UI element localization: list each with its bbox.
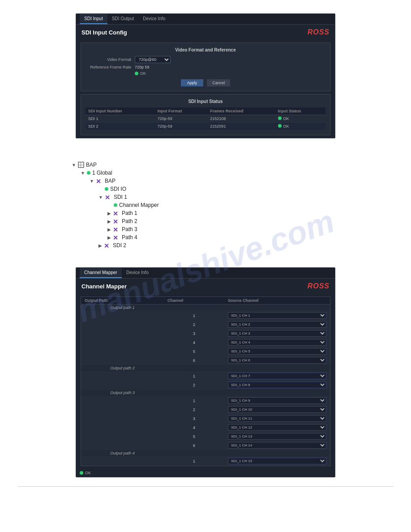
cm-source-channel[interactable]: SDI_1 CH 9 — [224, 396, 330, 405]
cm-channel-num: 2 — [164, 405, 224, 414]
tree-icon-cross: ✕ — [96, 178, 103, 184]
tab-sdi-input[interactable]: SDI Input — [80, 14, 107, 24]
apply-button[interactable]: Apply — [181, 79, 204, 86]
cm-source-channel[interactable]: SDI_1 CH 5 — [224, 347, 330, 356]
video-format-label: Video Format — [86, 57, 135, 62]
col-input-format: Input Format — [155, 107, 208, 115]
cm-source-channel[interactable]: SDI_1 CH 7 — [224, 372, 330, 381]
cm-source-channel[interactable]: SDI_1 CH 10 — [224, 405, 330, 414]
cm-output-path-cell — [81, 405, 164, 414]
cm-channel-num: 5 — [164, 347, 224, 356]
cm-source-select[interactable]: SDI_1 CH 9 — [228, 397, 326, 404]
cm-source-select[interactable]: SDI_1 CH 6 — [228, 357, 326, 364]
cm-channel-num: 4 — [164, 423, 224, 432]
cancel-button[interactable]: Cancel — [207, 79, 230, 86]
cm-source-channel[interactable]: SDI_1 CH 3 — [224, 329, 330, 338]
tree-label: SDI 1 — [114, 194, 127, 200]
frames-received: 2152091 — [207, 123, 275, 130]
cm-channel-row: 1 SDI_1 CH 1 — [81, 311, 330, 320]
cm-source-channel[interactable]: SDI_1 CH 4 — [224, 338, 330, 347]
sdi-status-panel: SDI Input Status SDI Input Number Input … — [81, 94, 330, 135]
tree-icon-circle — [105, 187, 108, 191]
cm-source-channel[interactable]: SDI_1 CH 8 — [224, 381, 330, 390]
cm-channel-row: 3 SDI_1 CH 3 — [81, 329, 330, 338]
cm-source-channel[interactable]: SDI_1 CH 15 — [224, 457, 330, 466]
cm-channel-row: 4 SDI_1 CH 12 — [81, 423, 330, 432]
tree-toggle[interactable]: ▶ — [107, 227, 111, 232]
cm-source-select[interactable]: SDI_1 CH 11 — [228, 415, 326, 422]
tree-label: SDI IO — [110, 186, 126, 192]
vf-button-row: Apply Cancel — [86, 79, 325, 86]
cm-source-channel[interactable]: SDI_1 CH 13 — [224, 432, 330, 441]
section1-title: SDI Input Config — [81, 29, 127, 36]
tree-toggle[interactable]: ▼ — [81, 171, 85, 176]
section3-header: Channel Mapper ROSS — [76, 279, 335, 294]
tree-label: Channel Mapper — [119, 202, 159, 208]
tab-device-info-cm[interactable]: Device Info — [122, 268, 153, 278]
cm-output-path-cell — [81, 311, 164, 320]
tree-label: Path 3 — [122, 226, 137, 232]
cm-source-select[interactable]: SDI_1 CH 7 — [228, 373, 326, 379]
tree-toggle[interactable]: ▼ — [98, 195, 103, 200]
cm-source-select[interactable]: SDI_1 CH 1 — [228, 312, 326, 319]
tree-item[interactable]: ▼✕SDI 1 — [98, 193, 339, 201]
tree-icon-cross: ✕ — [105, 194, 112, 200]
tab-sdi-output[interactable]: SDI Output — [107, 14, 138, 24]
cm-source-channel[interactable]: SDI_1 CH 11 — [224, 414, 330, 423]
cm-source-channel[interactable]: SDI_1 CH 6 — [224, 356, 330, 365]
video-format-select[interactable]: 720p@60 — [135, 56, 171, 63]
cm-source-select[interactable]: SDI_1 CH 10 — [228, 406, 326, 413]
cm-channel-row: 2 SDI_1 CH 2 — [81, 320, 330, 329]
input-format: 720p-59 — [155, 123, 208, 130]
cm-group-name: Output path 4 — [81, 450, 164, 457]
tree-toggle[interactable]: ▶ — [107, 235, 111, 240]
cm-source-select[interactable]: SDI_1 CH 14 — [228, 442, 326, 449]
cm-channel-num: 2 — [164, 320, 224, 329]
tree-toggle[interactable]: ▶ — [107, 219, 111, 224]
tree-item[interactable]: ▼BAP — [72, 161, 339, 169]
cm-group-header: Output path 4 — [81, 450, 330, 457]
status-dot — [278, 116, 282, 120]
cm-source-channel[interactable]: SDI_1 CH 14 — [224, 441, 330, 450]
cm-channel-num: 3 — [164, 329, 224, 338]
frames-received: 2152108 — [207, 115, 275, 123]
cm-output-path-cell — [81, 347, 164, 356]
cm-source-select[interactable]: SDI_1 CH 2 — [228, 321, 326, 328]
cm-channel-num: 5 — [164, 432, 224, 441]
tree-section: ▼BAP▼1 Global▼✕BAPSDI IO▼✕SDI 1Channel M… — [0, 152, 411, 258]
tree-icon-cross: ✕ — [104, 242, 111, 249]
cm-group-name: Output path 2 — [81, 365, 164, 372]
cm-source-select[interactable]: SDI_1 CH 5 — [228, 348, 326, 355]
tab-device-info[interactable]: Device Info — [138, 14, 170, 24]
tab-channel-mapper[interactable]: Channel Mapper — [80, 268, 122, 278]
cm-source-channel[interactable]: SDI_1 CH 12 — [224, 423, 330, 432]
cm-source-select[interactable]: SDI_1 CH 8 — [228, 382, 326, 388]
cm-source-select[interactable]: SDI_1 CH 12 — [228, 424, 326, 431]
section3-title: Channel Mapper — [81, 283, 127, 290]
cm-output-path-cell — [81, 423, 164, 432]
video-format-panel: Video Format and Reference Video Format … — [81, 43, 330, 91]
cm-output-path-cell — [81, 356, 164, 365]
input-format: 720p-59 — [155, 115, 208, 123]
tree-item[interactable]: ▶✕Path 3 — [107, 225, 339, 233]
cm-channel-num: 3 — [164, 414, 224, 423]
cm-source-channel[interactable]: SDI_1 CH 1 — [224, 311, 330, 320]
cm-channel-num: 6 — [164, 356, 224, 365]
tree-item[interactable]: ▶✕Path 2 — [107, 217, 339, 225]
tree-toggle[interactable]: ▼ — [90, 179, 94, 184]
tree-item[interactable]: ▶✕Path 4 — [107, 233, 339, 241]
cm-source-select[interactable]: SDI_1 CH 15 — [228, 458, 326, 464]
cm-group-name: Output path 3 — [81, 390, 164, 396]
tree-item[interactable]: ▼✕BAP — [90, 177, 339, 185]
tree-item[interactable]: ▼1 Global — [81, 169, 339, 177]
tree-toggle[interactable]: ▶ — [107, 211, 111, 216]
cm-source-channel[interactable]: SDI_1 CH 2 — [224, 320, 330, 329]
table-row: SDI 1 720p-59 2152108 OK — [86, 115, 325, 123]
cm-source-select[interactable]: SDI_1 CH 3 — [228, 330, 326, 337]
cm-source-select[interactable]: SDI_1 CH 13 — [228, 433, 326, 440]
tree-toggle[interactable]: ▶ — [98, 243, 102, 248]
cm-source-select[interactable]: SDI_1 CH 4 — [228, 339, 326, 346]
tree-item[interactable]: ▶✕Path 1 — [107, 209, 339, 217]
tree-toggle[interactable]: ▼ — [72, 163, 76, 167]
tree-item[interactable]: ▶✕SDI 2 — [98, 241, 339, 249]
